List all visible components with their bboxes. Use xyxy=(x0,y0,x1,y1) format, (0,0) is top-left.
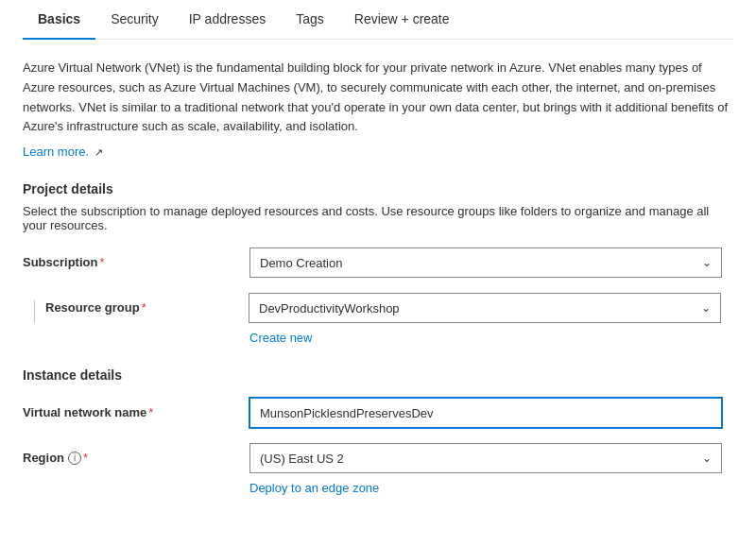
resource-group-label: Resource group xyxy=(45,300,140,315)
region-required: * xyxy=(83,451,88,465)
external-link-icon: ↗ xyxy=(94,146,103,159)
project-details-description: Select the subscription to manage deploy… xyxy=(23,204,733,232)
virtual-network-name-row: Virtual network name* xyxy=(23,398,733,428)
tabs-nav: Basics Security IP addresses Tags Review… xyxy=(23,0,733,40)
create-new-link[interactable]: Create new xyxy=(23,331,312,345)
tab-tags[interactable]: Tags xyxy=(281,0,339,40)
region-row: Region i * (US) East US 2 ⌄ Deploy to an… xyxy=(23,443,733,495)
region-label: Region xyxy=(23,451,64,465)
virtual-network-name-label: Virtual network name xyxy=(23,405,146,419)
subscription-dropdown[interactable]: Demo Creation ⌄ xyxy=(249,247,722,278)
project-details-heading: Project details xyxy=(23,181,733,196)
subscription-chevron-icon: ⌄ xyxy=(702,256,712,269)
resource-group-dropdown[interactable]: DevProductivityWorkshop ⌄ xyxy=(249,293,721,323)
region-dropdown[interactable]: (US) East US 2 ⌄ xyxy=(249,443,722,473)
tab-ip-addresses[interactable]: IP addresses xyxy=(174,0,281,40)
indent-line xyxy=(34,300,35,323)
learn-more-link[interactable]: Learn more. xyxy=(23,145,89,159)
subscription-row: Subscription* Demo Creation ⌄ xyxy=(23,247,733,278)
region-info-icon: i xyxy=(68,452,81,465)
resource-group-value: DevProductivityWorkshop xyxy=(259,301,400,316)
subscription-label: Subscription xyxy=(23,255,97,269)
vnet-name-required: * xyxy=(148,405,153,419)
page-description: Azure Virtual Network (VNet) is the fund… xyxy=(23,59,733,137)
region-value: (US) East US 2 xyxy=(260,452,344,466)
resource-group-row: Resource group* DevProductivityWorkshop … xyxy=(23,293,733,323)
instance-details-heading: Instance details xyxy=(23,367,733,383)
resource-group-chevron-icon: ⌄ xyxy=(701,301,711,315)
tab-list: Basics Security IP addresses Tags Review… xyxy=(23,0,733,40)
virtual-network-name-input[interactable] xyxy=(249,398,722,428)
deploy-edge-zone-link[interactable]: Deploy to an edge zone xyxy=(249,481,379,495)
tab-security[interactable]: Security xyxy=(95,0,174,40)
subscription-required: * xyxy=(99,255,104,269)
tab-review-create[interactable]: Review + create xyxy=(339,0,465,40)
resource-group-required: * xyxy=(142,300,146,315)
tab-basics[interactable]: Basics xyxy=(23,0,95,40)
subscription-value: Demo Creation xyxy=(260,256,342,270)
region-chevron-icon: ⌄ xyxy=(702,452,712,465)
